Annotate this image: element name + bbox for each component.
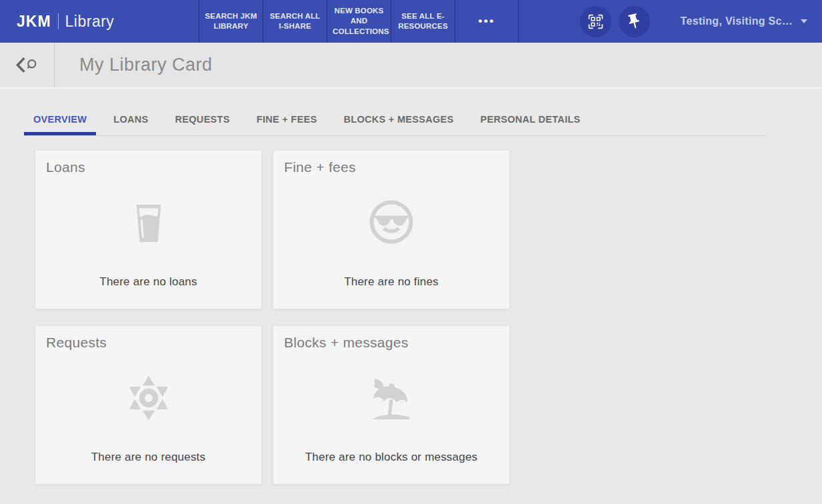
user-name: Testing, Visiting Sc… <box>681 15 793 27</box>
more-options-button[interactable]: ••• <box>455 0 519 43</box>
loans-card: Loans There are no loans <box>35 150 262 309</box>
page-header: My Library Card <box>0 43 822 89</box>
tab-loans[interactable]: LOANS <box>104 113 157 135</box>
tab-fine-fees[interactable]: FINE + FEES <box>247 113 327 135</box>
library-card-main: OVERVIEW LOANS REQUESTS FINE + FEES BLOC… <box>0 113 822 485</box>
qr-code-button[interactable] <box>580 6 611 37</box>
blocks-card-title[interactable]: Blocks + messages <box>284 335 409 351</box>
tab-blocks-messages[interactable]: BLOCKS + MESSAGES <box>334 113 463 135</box>
qr-code-icon <box>587 13 605 31</box>
requests-card-title[interactable]: Requests <box>46 335 107 351</box>
back-to-search-icon <box>13 56 41 74</box>
blocks-empty-message: There are no blocks or messages <box>305 451 478 464</box>
logo-secondary-text: Library <box>65 13 115 31</box>
loans-card-title[interactable]: Loans <box>46 159 85 175</box>
beach-umbrella-icon <box>364 372 419 425</box>
logo-divider <box>58 13 59 29</box>
overview-cards: Loans There are no loans Fine + fees The… <box>35 150 822 485</box>
library-logo[interactable]: JKM Library <box>0 0 199 43</box>
cool-face-icon <box>366 197 417 247</box>
pin-button[interactable] <box>619 6 650 37</box>
drink-glass-icon <box>128 197 169 250</box>
requests-card: Requests There are no requests <box>35 325 262 485</box>
compass-sun-icon <box>123 372 175 424</box>
nav-see-all-eresources[interactable]: SEE ALL E-RESOURCES <box>391 0 455 43</box>
top-navigation-bar: JKM Library SEARCH JKM LIBRARY SEARCH AL… <box>0 0 822 43</box>
user-menu[interactable]: Testing, Visiting Sc… <box>677 15 811 28</box>
fines-card-title[interactable]: Fine + fees <box>284 159 356 175</box>
back-to-search-button[interactable] <box>0 43 55 87</box>
topbar-right-actions: Testing, Visiting Sc… <box>580 0 822 43</box>
requests-empty-message: There are no requests <box>91 451 205 464</box>
chevron-down-icon <box>801 19 807 23</box>
fines-empty-message: There are no fines <box>344 275 439 289</box>
nav-search-jkm-library[interactable]: SEARCH JKM LIBRARY <box>199 0 263 43</box>
pushpin-icon <box>625 13 643 30</box>
tab-personal-details[interactable]: PERSONAL DETAILS <box>471 113 590 135</box>
page-title: My Library Card <box>79 55 213 75</box>
nav-new-books-collections[interactable]: NEW BOOKS AND COLLECTIONS <box>327 0 391 43</box>
fines-card: Fine + fees There are no fines <box>273 150 510 309</box>
blocks-card: Blocks + messages There are no blocks or… <box>273 325 510 485</box>
tab-overview[interactable]: OVERVIEW <box>24 113 96 135</box>
top-nav-links: SEARCH JKM LIBRARY SEARCH ALL I-SHARE NE… <box>199 0 519 43</box>
nav-search-all-ishare[interactable]: SEARCH ALL I-SHARE <box>263 0 327 43</box>
loans-empty-message: There are no loans <box>99 275 197 289</box>
tab-requests[interactable]: REQUESTS <box>166 113 239 135</box>
logo-primary-text: JKM <box>17 13 51 31</box>
library-card-tabs: OVERVIEW LOANS REQUESTS FINE + FEES BLOC… <box>24 113 767 136</box>
